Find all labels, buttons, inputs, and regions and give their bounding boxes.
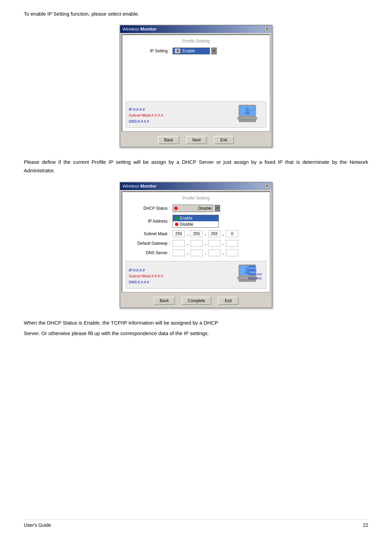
window2-enable-option[interactable]: Enable <box>173 215 218 221</box>
window2-back-button[interactable]: Back <box>154 297 175 305</box>
svg-rect-7 <box>239 119 256 122</box>
svg-point-11 <box>247 265 248 266</box>
window1: Wireless Monitor ✕ Profile Setting IP Se… <box>120 25 272 147</box>
window1-dns-line: DNS:#.#.#.# <box>129 119 163 125</box>
window2-dhcp-text: Disable <box>198 206 212 211</box>
window1-back-button[interactable]: Back <box>158 136 179 144</box>
disable-dot-red <box>175 223 178 226</box>
window2-disable-text: Disable <box>180 222 193 227</box>
window1-ip-setting-control[interactable]: 🖥 Enable ▼ <box>173 48 217 54</box>
window1-spacer <box>126 57 266 98</box>
window2-ip-label: IP Address : <box>126 219 170 224</box>
window1-ip-setting-label: IP Setting : <box>126 49 170 53</box>
window2-bottom-graphic: IP:#.#.#.# Subnet Mask:#.#.#.# DNS:#.#.#… <box>126 261 266 289</box>
bottom-text-1: When the DHCP Status is Enable, the TCP/… <box>24 318 368 327</box>
window2-disable-option[interactable]: Disable <box>173 221 218 227</box>
window1-laptop-icon <box>236 104 263 125</box>
sep8: . <box>204 250 206 256</box>
svg-rect-2 <box>237 117 257 119</box>
window2-complete-button[interactable]: Complete <box>182 297 211 305</box>
window1-dropdown-arrow[interactable]: ▼ <box>211 48 217 54</box>
window2-gateway-field: . . . <box>173 240 238 247</box>
window2-dns-octet1[interactable] <box>173 249 185 256</box>
window2-buttons: Back Complete Exit <box>120 294 272 308</box>
window1-ip-setting-row: IP Setting : 🖥 Enable ▼ <box>126 48 266 54</box>
sep4: . <box>187 240 188 246</box>
svg-point-4 <box>246 108 249 111</box>
window1-container: Wireless Monitor ✕ Profile Setting IP Se… <box>24 25 368 147</box>
window1-bottom-graphic: IP:#.#.#.# Subnet Mask:#.#.#.# DNS:#.#.#… <box>126 101 266 128</box>
window1-title: Wireless Monitor <box>122 27 157 32</box>
window2-binary-text: 1010 10101 10101010 01010101 <box>248 265 262 281</box>
window2-dhcp-row: DHCP Status : Disable ▼ <box>126 205 266 212</box>
window2-container: Wireless Monitor ✕ Profile Setting DHCP … <box>24 182 368 308</box>
bottom-text-2: Server. Or otherwise please fill up with… <box>24 329 368 338</box>
window2-ip-info: IP:#.#.#.# Subnet Mask:#.#.#.# DNS:#.#.#… <box>129 267 163 285</box>
sep3: . <box>222 231 224 237</box>
window1-ip-line: IP:#.#.#.# <box>129 107 163 113</box>
window2-title-monitor: Monitor <box>139 184 157 189</box>
window1-enable-value: Enable <box>182 49 195 53</box>
footer-right: 22 <box>363 522 368 528</box>
window2-exit-button[interactable]: Exit <box>218 297 238 305</box>
window2-dhcp-dropdown[interactable]: Disable ▼ <box>173 205 220 212</box>
window1-title-monitor: Monitor <box>139 27 157 32</box>
window1-titlebar: Wireless Monitor ✕ <box>120 25 272 33</box>
window2-subnet-line: Subnet Mask:#.#.#.# <box>129 273 163 279</box>
window2-dhcp-value[interactable]: Disable <box>173 205 213 212</box>
sep9: . <box>222 250 224 256</box>
window1-body: Profile Setting IP Setting : 🖥 Enable ▼ … <box>122 34 270 132</box>
enable-dot-green <box>175 216 178 220</box>
window2-gateway-octet1[interactable] <box>173 240 185 247</box>
window1-close-button[interactable]: ✕ <box>264 27 270 32</box>
window2-gateway-octet3[interactable] <box>208 240 220 247</box>
window2-dns-row: DNS Server : . . . <box>126 249 266 256</box>
window2-subnet-octet1[interactable] <box>173 230 185 237</box>
window2-dns-label: DNS Server : <box>126 250 170 255</box>
window1-buttons: Back Next Exit <box>120 133 272 147</box>
sep2: . <box>204 231 206 237</box>
window1-exit-button[interactable]: Exit <box>214 136 234 144</box>
window2-gateway-octet4[interactable] <box>226 240 238 247</box>
window2: Wireless Monitor ✕ Profile Setting DHCP … <box>120 182 272 308</box>
svg-point-3 <box>247 105 248 106</box>
window2-subnet-octet3[interactable] <box>208 230 220 237</box>
window2-dns-field: . . . <box>173 249 238 256</box>
page-footer: User's Guide 22 <box>24 519 368 528</box>
window2-dns-line: DNS:#.#.#.# <box>129 279 163 285</box>
window2-dns-octet3[interactable] <box>208 249 220 256</box>
window1-title-wireless: Wireless <box>122 27 139 32</box>
window2-ip-row: IP Address : Enable Disable <box>126 215 266 228</box>
window2-gateway-octet2[interactable] <box>190 240 202 247</box>
enable-icon: 🖥 <box>175 49 180 53</box>
window2-laptop-area: 1010 10101 10101010 01010101 <box>236 264 263 285</box>
window2-subnet-octet2[interactable] <box>190 230 202 237</box>
window1-next-button[interactable]: Next <box>186 136 207 144</box>
window1-subnet-line: Subnet Mask:#.#.#.# <box>129 112 163 119</box>
sep6: . <box>222 240 224 246</box>
window2-gateway-label: Default Gateway : <box>126 241 170 246</box>
window1-ip-info: IP:#.#.#.# Subnet Mask:#.#.#.# DNS:#.#.#… <box>129 107 163 125</box>
window2-dns-octet4[interactable] <box>226 249 238 256</box>
sep1: . <box>187 231 188 237</box>
window2-enable-text: Enable <box>180 216 192 221</box>
window2-subnet-field: . . . <box>173 230 238 237</box>
window2-subnet-label: Subnet Mask : <box>126 231 170 236</box>
window1-section-title: Profile Setting <box>126 38 266 44</box>
svg-point-5 <box>245 111 250 115</box>
window2-gateway-row: Default Gateway : . . . <box>126 240 266 247</box>
window2-subnet-octet4[interactable] <box>226 230 238 237</box>
window2-section-title: Profile Setting <box>126 195 266 201</box>
window2-title-wireless: Wireless <box>122 184 139 189</box>
middle-text: Please define if the current Profile IP … <box>24 158 368 175</box>
window2-dns-octet2[interactable] <box>190 249 202 256</box>
window2-subnet-row: Subnet Mask : . . . <box>126 230 266 237</box>
window1-enable-dropdown[interactable]: 🖥 Enable <box>173 48 210 54</box>
window2-body: Profile Setting DHCP Status : Disable ▼ <box>122 191 270 293</box>
sep7: . <box>187 250 188 256</box>
window2-close-button[interactable]: ✕ <box>264 184 270 189</box>
dhcp-dot-red <box>174 207 178 210</box>
window2-dhcp-arrow[interactable]: ▼ <box>215 205 220 212</box>
window2-ip-dropdown-open[interactable]: Enable Disable <box>173 215 219 228</box>
window2-dhcp-label: DHCP Status : <box>126 206 170 211</box>
